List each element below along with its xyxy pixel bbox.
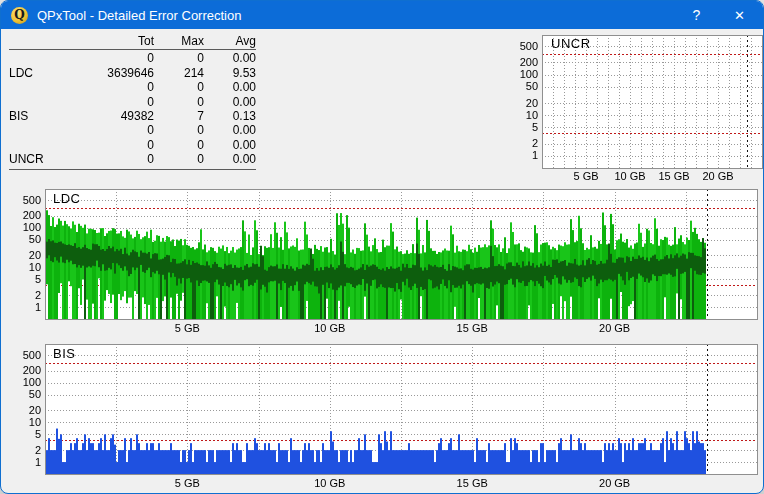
stat-label	[9, 123, 69, 137]
table-row: BIS 49382 7 0.13	[9, 109, 256, 123]
stat-label: UNCR	[9, 152, 69, 166]
stat-label: BIS	[9, 109, 69, 123]
stat-tot: 0	[69, 152, 154, 166]
col-header-max: Max	[154, 34, 204, 48]
stat-max: 214	[154, 66, 204, 80]
stat-max: 0	[154, 80, 204, 94]
stat-max: 0	[154, 152, 204, 166]
stats-header-blank	[9, 34, 69, 48]
stat-max: 7	[154, 109, 204, 123]
stat-avg: 0.00	[204, 80, 256, 94]
stat-label	[9, 138, 69, 152]
app-icon: Q	[11, 7, 28, 24]
stat-tot: 0	[69, 95, 154, 109]
stat-avg: 0.00	[204, 138, 256, 152]
table-row: 0 0 0.00	[9, 51, 256, 65]
stat-tot: 0	[69, 80, 154, 94]
qpxtool-window: Q QPxTool - Detailed Error Correction ? …	[0, 0, 764, 494]
col-header-avg: Avg	[204, 34, 256, 48]
stat-label	[9, 95, 69, 109]
stat-avg: 0.00	[204, 51, 256, 65]
stat-max: 0	[154, 138, 204, 152]
help-button[interactable]: ?	[675, 1, 718, 29]
stat-avg: 9.53	[204, 66, 256, 80]
table-row: UNCR 0 0 0.00	[9, 152, 256, 166]
uncr-chart-title: UNCR	[551, 36, 591, 51]
app-icon-letter: Q	[14, 7, 24, 24]
stat-avg: 0.00	[204, 152, 256, 166]
help-icon: ?	[693, 7, 701, 23]
stat-tot: 0	[69, 138, 154, 152]
stat-max: 0	[154, 123, 204, 137]
title-bar[interactable]: Q QPxTool - Detailed Error Correction ? …	[1, 1, 763, 29]
stat-tot: 3639646	[69, 66, 154, 80]
stat-label: LDC	[9, 66, 69, 80]
col-header-tot: Tot	[69, 34, 154, 48]
stat-max: 0	[154, 51, 204, 65]
stats-header-row: Tot Max Avg	[9, 34, 256, 50]
bis-chart-title: BIS	[53, 346, 75, 361]
close-icon: ✕	[734, 8, 745, 23]
table-row: 0 0 0.00	[9, 123, 256, 137]
stat-avg: 0.00	[204, 123, 256, 137]
close-button[interactable]: ✕	[718, 1, 761, 29]
stat-label	[9, 51, 69, 65]
table-row: 0 0 0.00	[9, 80, 256, 94]
stat-tot: 0	[69, 51, 154, 65]
stat-avg: 0.13	[204, 109, 256, 123]
window-title: QPxTool - Detailed Error Correction	[37, 8, 241, 23]
stat-tot: 49382	[69, 109, 154, 123]
table-row: 0 0 0.00	[9, 95, 256, 109]
stat-tot: 0	[69, 123, 154, 137]
stat-max: 0	[154, 95, 204, 109]
table-row: LDC 3639646 214 9.53	[9, 66, 256, 80]
stat-avg: 0.00	[204, 95, 256, 109]
table-row: 0 0 0.00	[9, 138, 256, 152]
error-stats-table: Tot Max Avg 0 0 0.00 LDC 3639646 214 9.5…	[9, 34, 256, 170]
ldc-chart-title: LDC	[53, 191, 81, 206]
stat-label	[9, 80, 69, 94]
stats-body: 0 0 0.00 LDC 3639646 214 9.53 0 0 0.00 0…	[9, 50, 256, 169]
